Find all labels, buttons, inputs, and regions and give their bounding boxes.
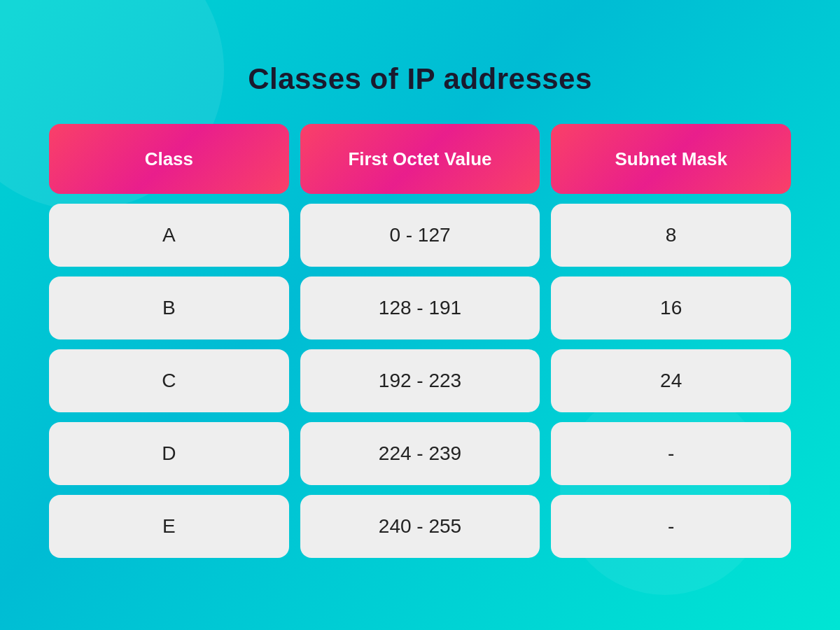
subnet-cell: 8 bbox=[551, 204, 791, 267]
table-row: B128 - 19116 bbox=[49, 276, 791, 340]
ip-table: Class First Octet Value Subnet Mask A0 -… bbox=[49, 124, 791, 568]
class-cell: D bbox=[49, 422, 289, 485]
class-cell: B bbox=[49, 276, 289, 340]
header-subnet: Subnet Mask bbox=[551, 124, 791, 194]
octet-cell: 0 - 127 bbox=[300, 204, 540, 267]
subnet-cell: - bbox=[551, 495, 791, 558]
octet-cell: 128 - 191 bbox=[300, 276, 540, 340]
octet-cell: 224 - 239 bbox=[300, 422, 540, 485]
octet-cell: 240 - 255 bbox=[300, 495, 540, 558]
subnet-cell: 16 bbox=[551, 276, 791, 340]
table-row: A0 - 1278 bbox=[49, 204, 791, 267]
class-cell: A bbox=[49, 204, 289, 267]
table-row: C192 - 22324 bbox=[49, 349, 791, 412]
header-class: Class bbox=[49, 124, 289, 194]
page-title: Classes of IP addresses bbox=[248, 62, 592, 96]
table-row: D224 - 239- bbox=[49, 422, 791, 485]
subnet-cell: 24 bbox=[551, 349, 791, 412]
class-cell: C bbox=[49, 349, 289, 412]
header-octet: First Octet Value bbox=[300, 124, 540, 194]
class-cell: E bbox=[49, 495, 289, 558]
table-row: E240 - 255- bbox=[49, 495, 791, 558]
header-row: Class First Octet Value Subnet Mask bbox=[49, 124, 791, 194]
subnet-cell: - bbox=[551, 422, 791, 485]
octet-cell: 192 - 223 bbox=[300, 349, 540, 412]
